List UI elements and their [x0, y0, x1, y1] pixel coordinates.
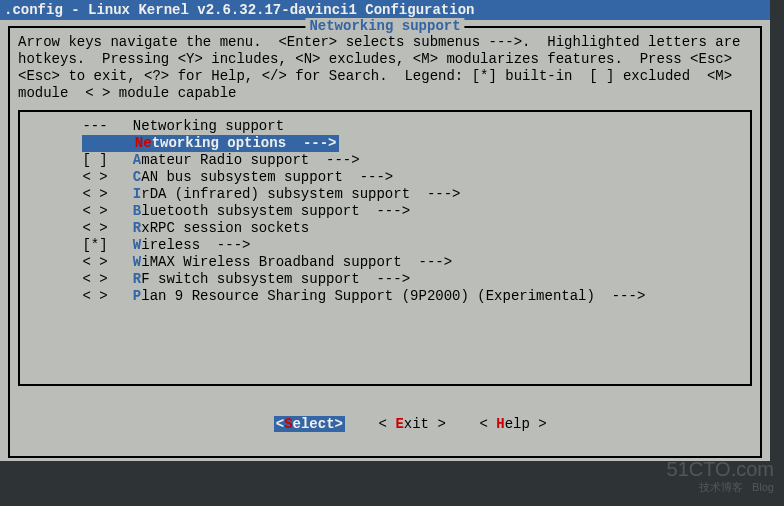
menu-item[interactable]: < > RxRPC session sockets [20, 220, 750, 237]
menu-item[interactable]: < > Bluetooth subsystem support ---> [20, 203, 750, 220]
menu-item[interactable]: < > IrDA (infrared) subsystem support --… [20, 186, 750, 203]
help-button[interactable]: < Help > [479, 416, 546, 432]
menu-item[interactable]: < > Plan 9 Resource Sharing Support (9P2… [20, 288, 750, 305]
dialog-frame: Networking support Arrow keys navigate t… [8, 26, 762, 458]
select-button[interactable]: <Select> [274, 416, 345, 432]
menu-item[interactable]: --- Networking support [20, 118, 750, 135]
exit-button[interactable]: < Exit > [379, 416, 446, 432]
watermark: 51CTO.com 技术博客 Blog [667, 460, 774, 496]
button-row: <Select> < Exit > < Help > [10, 396, 760, 454]
menu-item[interactable]: Networking options ---> [20, 135, 750, 152]
window-title: .config - Linux Kernel v2.6.32.17-davinc… [4, 2, 474, 18]
menu-item-selected[interactable]: Networking options ---> [82, 135, 338, 152]
menu-item[interactable]: [ ] Amateur Radio support ---> [20, 152, 750, 169]
menu-item[interactable]: < > CAN bus subsystem support ---> [20, 169, 750, 186]
menu-item[interactable]: [*] Wireless ---> [20, 237, 750, 254]
dialog-title: Networking support [305, 18, 464, 34]
menu-item[interactable]: < > RF switch subsystem support ---> [20, 271, 750, 288]
menu-list[interactable]: --- Networking support Networking option… [18, 110, 752, 386]
kernel-config-window: .config - Linux Kernel v2.6.32.17-davinc… [0, 0, 770, 461]
help-text: Arrow keys navigate the menu. <Enter> se… [10, 28, 760, 106]
menu-item[interactable]: < > WiMAX Wireless Broadband support ---… [20, 254, 750, 271]
titlebar: .config - Linux Kernel v2.6.32.17-davinc… [0, 0, 770, 20]
